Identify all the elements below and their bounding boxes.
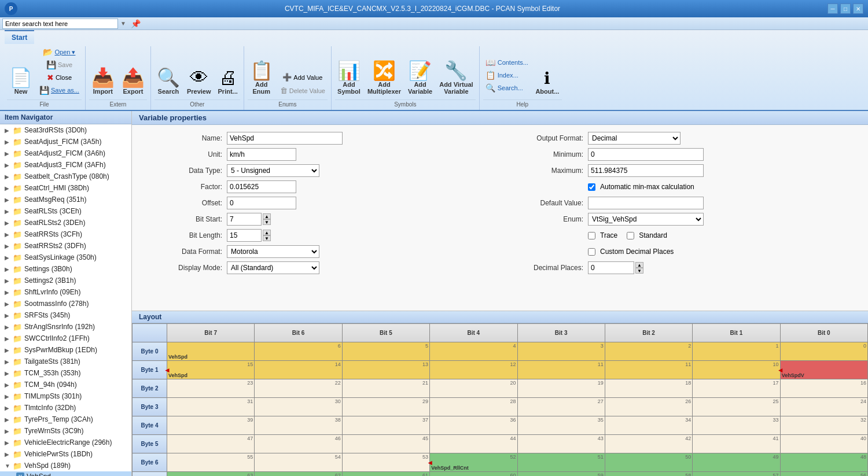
layout-cell[interactable]: 45 (342, 435, 429, 453)
layout-cell[interactable]: 16 (780, 379, 867, 398)
data-type-select[interactable]: 5 - Unsigned (227, 164, 319, 177)
close-button[interactable]: ✖ Close (37, 72, 82, 83)
nav-item[interactable]: ▶📁SootmassInfo (278h) (0, 298, 131, 309)
index-button[interactable]: 📋 Index... (483, 69, 531, 81)
layout-cell[interactable]: 32 (780, 416, 867, 435)
layout-cell[interactable]: 25 (693, 398, 780, 416)
nav-item[interactable]: ▶📁TCM_94h (094h) (0, 379, 131, 390)
bit-start-down[interactable]: ▼ (263, 219, 271, 225)
add-enum-button[interactable]: 📋 AddEnum (248, 60, 275, 96)
unit-field[interactable] (227, 148, 296, 161)
layout-cell[interactable]: 40 (780, 435, 867, 453)
layout-cell[interactable]: 48 (780, 453, 867, 472)
layout-cell[interactable]: 27 (517, 398, 605, 416)
nav-item[interactable]: ▶📁TyrePrs_Temp (3CAh) (0, 414, 131, 425)
maximize-button[interactable]: □ (840, 3, 851, 14)
add-virtual-variable-button[interactable]: 🔧 Add VirtualVariable (437, 60, 475, 96)
layout-cell[interactable]: 60 (430, 472, 517, 477)
minimum-field[interactable] (588, 148, 704, 161)
nav-item[interactable]: ▶📁SeatMsgReq (351h) (0, 194, 131, 205)
add-multiplexer-button[interactable]: 🔀 AddMultiplexer (365, 60, 403, 96)
preview-button[interactable]: 👁 Preview (185, 67, 214, 96)
nav-item[interactable]: ▶📁ShftLvrInfo (09Eh) (0, 286, 131, 298)
close-button[interactable]: ✕ (853, 3, 863, 14)
quick-access-pin[interactable]: 📌 (131, 19, 141, 28)
nav-item[interactable]: ▶📁SysPwrMdBkup (1EDh) (0, 344, 131, 356)
layout-cell[interactable]: 23 (167, 379, 255, 398)
nav-item[interactable]: ▶📁VehicleElectricRange (296h) (0, 437, 131, 448)
auto-minmax-checkbox[interactable] (588, 183, 595, 191)
nav-item[interactable]: ▶📁TCM_353h (353h) (0, 367, 131, 379)
standard-checkbox[interactable] (627, 232, 634, 239)
nav-item[interactable]: ▶📁VehiclePwrSts (1BDh) (0, 448, 131, 460)
nav-item[interactable]: ▶📁SeatAdjust2_FICM (3A6h) (0, 147, 131, 159)
maximum-field[interactable] (588, 164, 704, 177)
factor-field[interactable] (227, 180, 296, 193)
layout-cell[interactable]: 34 (605, 416, 692, 435)
nav-item[interactable]: ▶📁SeatSysLinkage (350h) (0, 252, 131, 263)
layout-cell[interactable]: 39 (167, 416, 255, 435)
nav-item[interactable]: ▼📁VehSpd (189h) (0, 460, 131, 471)
trace-checkbox[interactable] (588, 232, 595, 239)
nav-item[interactable]: ▶📁SeatRRSts (3CFh) (0, 228, 131, 240)
nav-item[interactable]: ▶📁TailgateSts (381h) (0, 356, 131, 367)
layout-cell[interactable]: 14 (255, 361, 342, 379)
import-button[interactable]: 📥 Import (89, 67, 117, 96)
layout-cell[interactable]: 49 (693, 453, 780, 472)
layout-cell[interactable]: 12 (430, 361, 517, 379)
display-mode-select[interactable]: All (Standard) (227, 261, 319, 274)
contents-button[interactable]: 📖 Contents... (483, 57, 531, 68)
search-button[interactable]: 🔍 Search (155, 67, 182, 96)
layout-cell[interactable]: 19 (517, 379, 605, 398)
layout-cell[interactable]: 1 (693, 342, 780, 361)
layout-cell[interactable]: 28 (430, 398, 517, 416)
navigator-list[interactable]: ▶📁Seat3rdRSts (3D0h)▶📁SeatAdjust_FICM (3… (0, 124, 131, 476)
layout-cell[interactable]: 6 (255, 342, 342, 361)
nav-item[interactable]: ▶📁SRFSts (345h) (0, 309, 131, 321)
decimal-up[interactable]: ▲ (635, 262, 643, 268)
add-symbol-button[interactable]: 📊 AddSymbol (335, 60, 363, 96)
save-as-button[interactable]: 💾 Save as... (37, 84, 82, 96)
layout-cell[interactable]: 36 (430, 416, 517, 435)
decimal-places-field[interactable] (588, 261, 634, 274)
nav-item[interactable]: ▶📁SWCCtrlInfo2 (1FFh) (0, 333, 131, 344)
nav-item[interactable]: VVehSpd (0, 471, 131, 476)
layout-cell[interactable]: 0 (780, 342, 867, 361)
layout-grid[interactable]: Bit 7Bit 6Bit 5Bit 4Bit 3Bit 2Bit 1Bit 0… (132, 323, 868, 476)
add-value-button[interactable]: ➕ Add Value (278, 72, 328, 83)
layout-cell[interactable]: 22 (255, 379, 342, 398)
layout-cell[interactable]: 37 (342, 416, 429, 435)
custom-decimal-checkbox[interactable] (588, 248, 595, 256)
bit-length-down[interactable]: ▼ (263, 235, 271, 241)
nav-item[interactable]: ▶📁SeatRLSts (3CEh) (0, 205, 131, 217)
layout-cell[interactable]: 33 (693, 416, 780, 435)
layout-cell[interactable]: 56 (780, 472, 867, 477)
layout-cell[interactable]: 47 (167, 435, 255, 453)
print-button[interactable]: 🖨 Print... (216, 67, 240, 96)
layout-cell[interactable]: 38 (255, 416, 342, 435)
layout-cell[interactable]: 20 (430, 379, 517, 398)
layout-cell[interactable]: 44 (430, 435, 517, 453)
layout-cell[interactable]: 59 (517, 472, 605, 477)
nav-item[interactable]: ▶📁TyreWrnSts (3C9h) (0, 425, 131, 437)
layout-cell[interactable]: 62 (255, 472, 342, 477)
delete-value-button[interactable]: 🗑 Delete Value (278, 85, 328, 96)
layout-cell[interactable]: 3 (517, 342, 605, 361)
bit-length-field[interactable] (227, 229, 262, 242)
layout-cell[interactable]: 55 (167, 453, 255, 472)
layout-cell[interactable]: 52VehSpd_RllCnt◄ (430, 453, 517, 472)
nav-item[interactable]: ▶📁SeatRLSts2 (3DEh) (0, 217, 131, 228)
open-button[interactable]: 📂 Open ▾ (37, 46, 82, 58)
layout-cell[interactable]: VehSpd (167, 342, 255, 361)
layout-cell[interactable]: 17 (693, 379, 780, 398)
nav-item[interactable]: ▶📁StrAnglSnsrInfo (192h) (0, 321, 131, 333)
nav-item[interactable]: ▶📁Seatbelt_CrashType (080h) (0, 171, 131, 182)
data-format-select[interactable]: Motorola (227, 245, 319, 258)
default-value-field[interactable] (588, 197, 704, 209)
layout-cell[interactable]: 51 (517, 453, 605, 472)
nav-item[interactable]: ▶📁SeatAdjust_FICM (3A5h) (0, 136, 131, 147)
layout-cell[interactable]: 58 (605, 472, 692, 477)
layout-cell[interactable]: 31 (167, 398, 255, 416)
decimal-down[interactable]: ▼ (635, 268, 643, 274)
layout-cell[interactable]: 11 (517, 361, 605, 379)
